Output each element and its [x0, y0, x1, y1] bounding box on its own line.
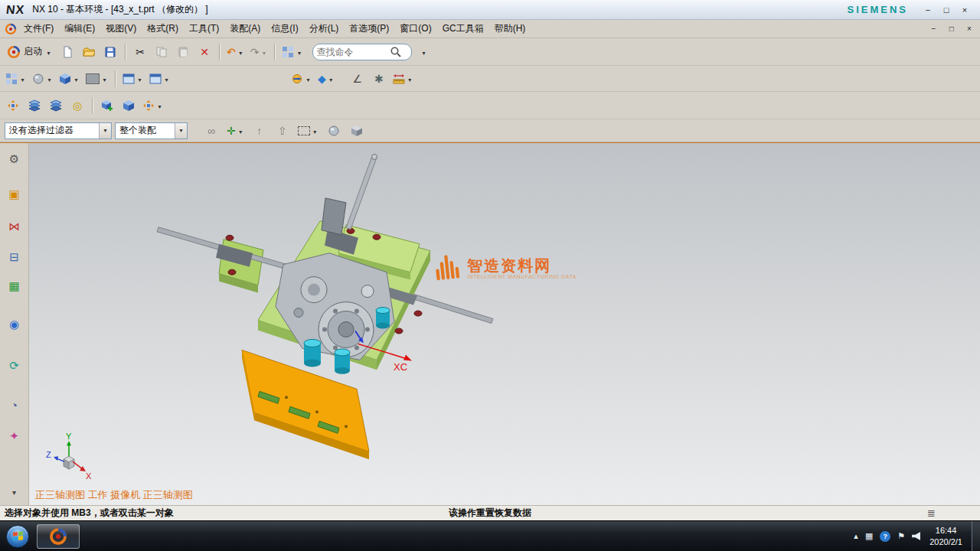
viewport-canvas[interactable]: XC Y X Z	[29, 143, 980, 505]
menu-tools[interactable]: 工具(T)	[184, 20, 224, 37]
rectangle-select-button[interactable]	[296, 121, 321, 141]
copy-button[interactable]	[152, 42, 172, 62]
part-navigator-button[interactable]: ⊟	[5, 247, 24, 266]
selection-scope-select[interactable]: 整个装配	[115, 122, 188, 139]
move-component-2-button[interactable]	[119, 96, 139, 116]
new-window-button[interactable]	[120, 69, 145, 89]
assembly-constraints-button[interactable]	[140, 96, 165, 116]
mdi-minimize-button[interactable]: −	[926, 23, 941, 35]
cut-button[interactable]: ✂	[130, 42, 150, 62]
menu-format[interactable]: 格式(R)	[142, 20, 184, 37]
render-style-button[interactable]	[57, 69, 82, 89]
select-solid-button[interactable]	[347, 121, 367, 141]
volume-icon[interactable]	[912, 532, 920, 540]
layer-settings-button[interactable]	[24, 96, 44, 116]
action-center-flag-icon[interactable]: ⚑	[897, 531, 905, 541]
mdi-close-button[interactable]: ×	[962, 23, 977, 35]
snap-point-button[interactable]: ✱	[369, 69, 389, 89]
command-finder[interactable]	[312, 44, 412, 60]
chevron-down-icon	[237, 126, 244, 136]
web-browser-button[interactable]: ◉	[5, 315, 24, 333]
layer-visible-in-view-button[interactable]	[46, 96, 66, 116]
customize-button[interactable]: ⚙	[5, 149, 24, 168]
roles-button[interactable]: ✦	[5, 426, 24, 445]
show-desktop-button[interactable]	[972, 521, 980, 551]
taskbar-clock[interactable]: 16:44 2020/2/1	[929, 525, 962, 548]
menu-file[interactable]: 文件(F)	[18, 20, 59, 37]
resource-bar-expand-button[interactable]: ▾	[5, 484, 24, 502]
minimize-button[interactable]: −	[919, 3, 937, 17]
capture-selection-button[interactable]: ⇧	[273, 121, 292, 141]
menu-edit[interactable]: 编辑(E)	[59, 20, 100, 37]
combo-arrow-icon[interactable]	[99, 123, 111, 139]
status-note-icon[interactable]: ≣	[927, 507, 936, 519]
mdi-window-controls: − □ ×	[926, 23, 977, 35]
scissors-icon: ✂	[136, 47, 145, 57]
undo-button[interactable]: ↶	[224, 42, 247, 62]
save-icon	[104, 46, 116, 58]
finder-options-button[interactable]	[413, 42, 433, 62]
menu-information[interactable]: 信息(I)	[266, 20, 303, 37]
combo-arrow-icon[interactable]	[175, 123, 187, 139]
assembly-navigator-button[interactable]: ▣	[5, 184, 24, 203]
reuse-library-button[interactable]: ▦	[5, 276, 24, 295]
menu-analysis[interactable]: 分析(L)	[304, 20, 345, 37]
find-command-input[interactable]	[316, 47, 390, 57]
start-orb-button[interactable]	[6, 525, 29, 548]
save-button[interactable]	[100, 42, 120, 62]
graphics-window[interactable]: XC Y X Z	[29, 143, 980, 505]
menu-view[interactable]: 视图(V)	[100, 20, 142, 37]
menu-gc-toolbox[interactable]: GC工具箱	[437, 20, 489, 37]
add-component-button[interactable]	[97, 96, 117, 116]
plus-snap-icon: ✛	[227, 126, 236, 136]
input-indicator-icon[interactable]: ▦	[865, 531, 873, 541]
delete-button[interactable]: ✕	[194, 42, 214, 62]
arrow-shift-icon: ⇧	[278, 126, 287, 136]
hidden-icons-chevron-icon[interactable]: ▴	[854, 531, 858, 541]
view-orientation-button[interactable]	[289, 69, 314, 89]
screen-layout-button[interactable]	[3, 69, 28, 89]
highlight-shaded-button[interactable]	[324, 121, 344, 141]
constraint-navigator-button[interactable]: ⋈	[5, 217, 24, 235]
edit-object-display-button[interactable]: ◆	[315, 69, 337, 89]
maximize-button[interactable]: □	[937, 3, 956, 17]
window-layout-button[interactable]	[279, 42, 305, 62]
menu-assemblies[interactable]: 装配(A)	[224, 20, 266, 37]
new-file-button[interactable]	[57, 42, 77, 62]
part-navigator-icon: ⊟	[9, 251, 19, 262]
film-roll-button[interactable]: ◎	[67, 96, 87, 116]
main-area: ⚙ ▣ ⋈ ⊟ ▦ ◉ ⟳ ◔ ✦ ▾	[0, 142, 980, 505]
move-component-button[interactable]	[3, 96, 23, 116]
close-button[interactable]: ×	[956, 3, 974, 17]
open-file-button[interactable]	[79, 42, 99, 62]
select-parent-button[interactable]: ↑	[250, 121, 270, 141]
chevron-down-icon	[73, 73, 80, 84]
type-filter-select[interactable]: 没有选择过滤器	[5, 122, 112, 139]
start-menu-button[interactable]: 启动	[3, 42, 56, 62]
help-tray-icon[interactable]: ?	[880, 531, 890, 542]
tile-window-button[interactable]	[147, 69, 172, 89]
search-icon[interactable]	[390, 46, 402, 58]
paste-icon	[177, 46, 189, 58]
mdi-restore-button[interactable]: □	[944, 23, 959, 35]
paste-button[interactable]	[173, 42, 193, 62]
window-icon	[122, 73, 135, 85]
menu-preferences[interactable]: 首选项(P)	[344, 20, 394, 37]
angle-snap-icon: ∠	[353, 73, 363, 84]
redo-button[interactable]: ↷	[248, 42, 270, 62]
taskbar-nx-button[interactable]	[37, 524, 80, 549]
snap-angle-button[interactable]: ∠	[348, 69, 368, 89]
title-bar[interactable]: NX NX 10 - 基本环境 - [43_x_t.prt （修改的） ] SI…	[0, 0, 980, 20]
system-scenes-button[interactable]: ◔	[5, 396, 24, 414]
history-icon: ⟳	[9, 360, 19, 371]
menu-window[interactable]: 窗口(O)	[394, 20, 436, 37]
orient-view-button[interactable]	[30, 69, 55, 89]
menu-help[interactable]: 帮助(H)	[489, 20, 531, 37]
background-color-button[interactable]	[83, 69, 110, 89]
measure-button[interactable]	[390, 69, 416, 89]
snap-point-toggle-button[interactable]: ✛	[224, 121, 247, 141]
chevron-down-icon	[328, 73, 335, 84]
history-palette-button[interactable]: ⟳	[5, 356, 24, 374]
nx-taskbar-icon	[49, 527, 67, 546]
interpart-select-button[interactable]: ∞	[201, 121, 221, 141]
